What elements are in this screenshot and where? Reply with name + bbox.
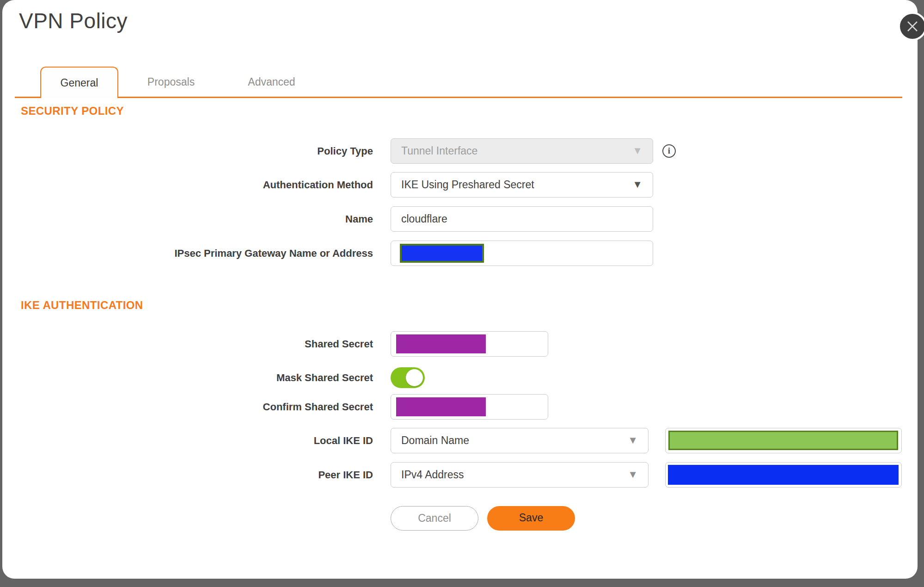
name-input[interactable] [391, 206, 653, 232]
button-row: Cancel Save [21, 506, 913, 531]
mask-shared-secret-toggle[interactable] [391, 367, 425, 388]
name-label: Name [21, 206, 373, 232]
name-row: Name [21, 206, 913, 232]
section-ike-authentication: IKE AUTHENTICATION [21, 299, 143, 312]
local-ike-id-redaction [668, 431, 898, 450]
gateway-row: IPsec Primary Gateway Name or Address [21, 241, 913, 266]
tab-general[interactable]: General [40, 67, 118, 98]
shared-secret-label: Shared Secret [21, 331, 373, 357]
auth-method-select[interactable]: IKE Using Preshared Secret ▼ [391, 172, 653, 198]
local-ike-id-value: Domain Name [401, 434, 469, 446]
section-security-policy: SECURITY POLICY [21, 105, 124, 117]
peer-ike-id-value: IPv4 Address [401, 469, 464, 481]
local-ike-id-input[interactable] [665, 428, 902, 453]
peer-ike-id-label: Peer IKE ID [21, 462, 373, 488]
gateway-label: IPsec Primary Gateway Name or Address [21, 241, 373, 266]
mask-shared-secret-row: Mask Shared Secret [21, 365, 913, 390]
peer-ike-id-select[interactable]: IPv4 Address ▼ [391, 462, 649, 488]
cancel-button[interactable]: Cancel [391, 506, 478, 531]
confirm-shared-secret-redaction [396, 397, 486, 416]
close-icon [906, 20, 918, 32]
confirm-shared-secret-row: Confirm Shared Secret [21, 394, 913, 420]
local-ike-id-row: Local IKE ID Domain Name ▼ [21, 428, 913, 453]
mask-shared-secret-label: Mask Shared Secret [21, 365, 373, 390]
policy-type-row: Policy Type Tunnel Interface ▼ i [21, 138, 913, 164]
confirm-shared-secret-label: Confirm Shared Secret [21, 394, 373, 420]
shared-secret-row: Shared Secret [21, 331, 913, 357]
tab-proposals[interactable]: Proposals [141, 67, 201, 98]
local-ike-id-select[interactable]: Domain Name ▼ [391, 428, 649, 453]
save-button[interactable]: Save [487, 506, 575, 531]
local-ike-id-label: Local IKE ID [21, 428, 373, 453]
close-button[interactable] [898, 12, 924, 41]
chevron-down-icon: ▼ [628, 463, 638, 487]
shared-secret-redaction [396, 334, 486, 353]
gateway-redaction [400, 244, 484, 263]
policy-type-value: Tunnel Interface [401, 145, 477, 157]
policy-type-select[interactable]: Tunnel Interface ▼ [391, 138, 653, 164]
tab-advanced[interactable]: Advanced [240, 67, 303, 98]
chevron-down-icon: ▼ [632, 173, 643, 197]
peer-ike-id-row: Peer IKE ID IPv4 Address ▼ [21, 462, 913, 488]
policy-type-label: Policy Type [21, 138, 373, 164]
chevron-down-icon: ▼ [632, 139, 643, 163]
toggle-knob [406, 369, 423, 386]
peer-ike-id-redaction [668, 465, 899, 485]
auth-method-row: Authentication Method IKE Using Preshare… [21, 172, 913, 198]
chevron-down-icon: ▼ [628, 428, 638, 452]
info-icon[interactable]: i [662, 144, 676, 158]
auth-method-label: Authentication Method [21, 172, 373, 198]
page-title: VPN Policy [19, 8, 128, 33]
auth-method-value: IKE Using Preshared Secret [401, 179, 534, 191]
vpn-policy-dialog: VPN Policy General Proposals Advanced SE… [2, 0, 918, 579]
peer-ike-id-input[interactable] [665, 462, 902, 488]
